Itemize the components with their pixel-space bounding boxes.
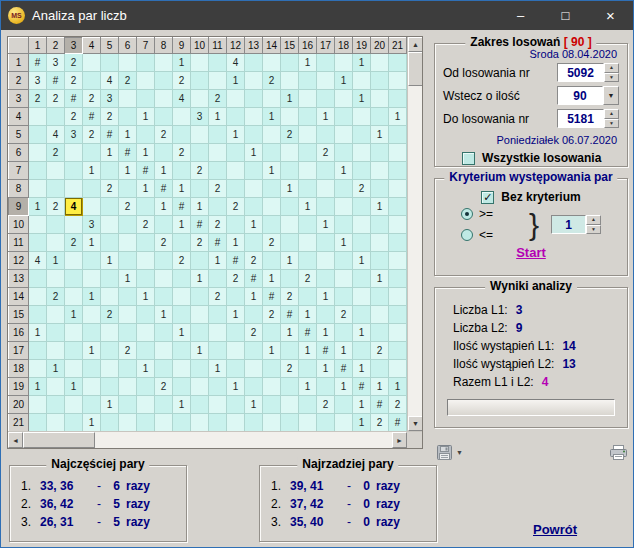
grid-cell[interactable]: 4: [227, 54, 245, 72]
grid-cell[interactable]: 2: [263, 72, 281, 90]
grid-cell[interactable]: [209, 378, 227, 396]
grid-cell[interactable]: [389, 54, 407, 72]
grid-cell[interactable]: [371, 144, 389, 162]
grid-cell[interactable]: [119, 108, 137, 126]
grid-cell[interactable]: [299, 216, 317, 234]
grid-cell[interactable]: [155, 414, 173, 432]
scroll-left-button[interactable]: ◄: [8, 432, 23, 448]
grid-cell[interactable]: [83, 72, 101, 90]
grid-col-header[interactable]: 3: [65, 38, 83, 54]
grid-cell[interactable]: [47, 270, 65, 288]
grid-cell[interactable]: [263, 198, 281, 216]
from-draw-value[interactable]: 5092: [557, 63, 604, 82]
grid-cell[interactable]: [335, 126, 353, 144]
grid-cell[interactable]: 1: [209, 360, 227, 378]
grid-cell[interactable]: 4: [173, 90, 191, 108]
grid-cell[interactable]: [101, 378, 119, 396]
grid-col-header[interactable]: 16: [299, 38, 317, 54]
grid-cell[interactable]: 1: [245, 216, 263, 234]
grid-cell[interactable]: [83, 270, 101, 288]
grid-cell[interactable]: [29, 288, 47, 306]
grid-cell[interactable]: [209, 144, 227, 162]
grid-cell[interactable]: [29, 216, 47, 234]
grid-cell[interactable]: [119, 54, 137, 72]
grid-cell[interactable]: 2: [47, 198, 65, 216]
grid-row-header[interactable]: 4: [9, 108, 29, 126]
grid-cell[interactable]: [317, 234, 335, 252]
back-count-value[interactable]: 90: [557, 86, 603, 105]
grid-cell[interactable]: 1: [47, 360, 65, 378]
grid-cell[interactable]: #: [191, 216, 209, 234]
grid-cell[interactable]: [299, 414, 317, 432]
grid-cell[interactable]: #: [209, 234, 227, 252]
grid-cell[interactable]: [83, 180, 101, 198]
grid-cell[interactable]: 2: [173, 72, 191, 90]
grid-cell[interactable]: [263, 324, 281, 342]
grid-cell[interactable]: [101, 324, 119, 342]
grid-cell[interactable]: [317, 90, 335, 108]
grid-cell[interactable]: [299, 126, 317, 144]
grid-cell[interactable]: [281, 342, 299, 360]
grid-cell[interactable]: [137, 126, 155, 144]
vertical-scrollbar[interactable]: ▲ ▼: [407, 37, 422, 431]
grid-cell[interactable]: 1: [299, 198, 317, 216]
grid-cell[interactable]: 1: [65, 378, 83, 396]
grid-row-header[interactable]: 9: [9, 198, 29, 216]
grid-cell[interactable]: [29, 342, 47, 360]
grid-cell[interactable]: 2: [263, 306, 281, 324]
grid-cell[interactable]: 4: [65, 198, 83, 216]
grid-cell[interactable]: 1: [155, 306, 173, 324]
grid-cell[interactable]: [245, 342, 263, 360]
grid-row-header[interactable]: 7: [9, 162, 29, 180]
grid-row-header[interactable]: 3: [9, 90, 29, 108]
grid-cell[interactable]: 2: [317, 396, 335, 414]
grid-cell[interactable]: [101, 198, 119, 216]
grid-cell[interactable]: [263, 396, 281, 414]
grid-cell[interactable]: [47, 108, 65, 126]
grid-cell[interactable]: [173, 306, 191, 324]
grid-cell[interactable]: [155, 396, 173, 414]
grid-cell[interactable]: 1: [173, 396, 191, 414]
grid-cell[interactable]: 1: [191, 342, 209, 360]
grid-cell[interactable]: [47, 234, 65, 252]
grid-cell[interactable]: [209, 306, 227, 324]
grid-cell[interactable]: [83, 378, 101, 396]
grid-cell[interactable]: [47, 306, 65, 324]
grid-cell[interactable]: [245, 108, 263, 126]
grid-cell[interactable]: [65, 216, 83, 234]
grid-cell[interactable]: [371, 90, 389, 108]
grid-cell[interactable]: 2: [119, 342, 137, 360]
grid-col-header[interactable]: 11: [209, 38, 227, 54]
grid-cell[interactable]: 1: [119, 270, 137, 288]
grid-cell[interactable]: [101, 342, 119, 360]
grid-cell[interactable]: 1: [335, 72, 353, 90]
grid-cell[interactable]: [353, 126, 371, 144]
grid-cell[interactable]: 1: [281, 180, 299, 198]
grid-cell[interactable]: #: [263, 288, 281, 306]
grid-cell[interactable]: [299, 90, 317, 108]
grid-cell[interactable]: #: [353, 378, 371, 396]
grid-cell[interactable]: [191, 90, 209, 108]
save-dropdown-arrow[interactable]: ▼: [456, 449, 463, 456]
grid-cell[interactable]: [173, 360, 191, 378]
grid-cell[interactable]: 1: [227, 72, 245, 90]
grid-cell[interactable]: [137, 306, 155, 324]
grid-cell[interactable]: [335, 252, 353, 270]
grid-cell[interactable]: [389, 288, 407, 306]
grid-cell[interactable]: 2: [137, 216, 155, 234]
grid-cell[interactable]: #: [65, 90, 83, 108]
grid-cell[interactable]: [29, 306, 47, 324]
grid-cell[interactable]: [155, 108, 173, 126]
grid-cell[interactable]: 3: [191, 108, 209, 126]
grid-cell[interactable]: [29, 180, 47, 198]
grid-cell[interactable]: [137, 72, 155, 90]
grid-cell[interactable]: 1: [263, 270, 281, 288]
spinner-down-button[interactable]: ▼: [604, 73, 619, 83]
grid-cell[interactable]: [101, 288, 119, 306]
grid-cell[interactable]: [83, 396, 101, 414]
grid-cell[interactable]: 1: [83, 342, 101, 360]
close-button[interactable]: ×: [588, 1, 633, 30]
grid-cell[interactable]: [29, 270, 47, 288]
grid-col-header[interactable]: 21: [389, 38, 407, 54]
grid-cell[interactable]: [137, 270, 155, 288]
